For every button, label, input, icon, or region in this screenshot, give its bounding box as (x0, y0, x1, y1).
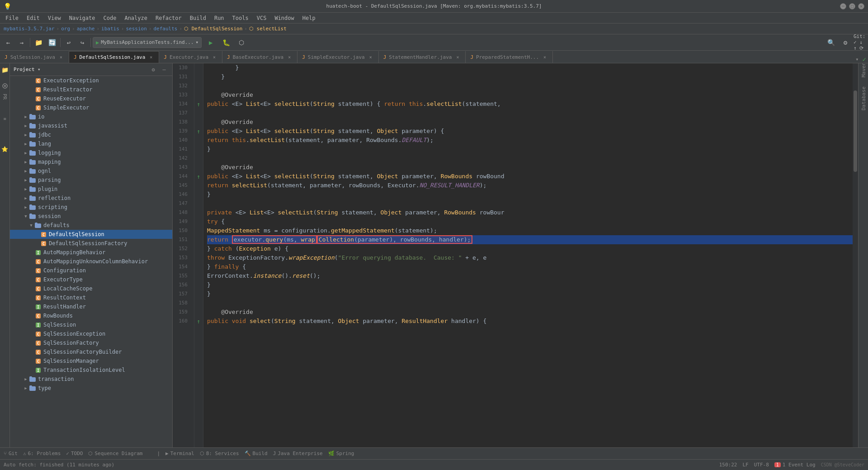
tree-item-scripting[interactable]: ▶scripting (10, 203, 172, 212)
tree-item-ognl[interactable]: ▶ognl (10, 166, 172, 176)
code-line-150[interactable]: MappedStatement ms = configuration.getMa… (207, 226, 853, 235)
toolbar-git[interactable]: Git: ✓ ↓ ↑ ⟳ (854, 36, 866, 49)
breadcrumb-method[interactable]: ⬡ selectList (249, 26, 287, 32)
breadcrumb-ibatis[interactable]: ibatis (101, 26, 119, 32)
problems-tool[interactable]: ⚠ 6: Problems (23, 451, 61, 456)
tree-item-defaults[interactable]: ▼defaults (10, 221, 172, 230)
code-line-149[interactable]: try { (207, 217, 853, 226)
tab-sqlsession[interactable]: J SqlSession.java × (0, 51, 69, 63)
tree-item-io[interactable]: ▶io (10, 112, 172, 121)
tree-item-reuseexecutor[interactable]: CReuseExecutor (10, 94, 172, 103)
menu-analyze[interactable]: Analyze (121, 14, 151, 22)
menu-tools[interactable]: Tools (229, 14, 252, 22)
code-line-139[interactable]: public <E> List<E> selectList(String sta… (207, 127, 853, 136)
tree-toggle[interactable]: ▶ (23, 132, 29, 138)
code-line-143[interactable]: @Override (207, 163, 853, 172)
tree-item-transactionisolationlevel[interactable]: ITransactionIsolationLevel (10, 366, 172, 375)
code-line-141[interactable]: } (207, 145, 853, 154)
tree-toggle[interactable]: ▶ (23, 168, 29, 174)
menu-vcs[interactable]: VCS (253, 14, 270, 22)
tab-close-statementhandler[interactable]: × (454, 54, 461, 60)
tree-item-rowbounds[interactable]: CRowBounds (10, 311, 172, 320)
left-tab-pullrequests[interactable]: PR (0, 92, 9, 101)
tree-item-sqlsessionmanager[interactable]: CSqlSessionManager (10, 356, 172, 366)
tree-item-localcachescope[interactable]: CLocalCacheScope (10, 284, 172, 293)
run-config-dropdown[interactable]: ▶ MyBatisApplicationTests.find... ▾ (93, 37, 202, 48)
tab-executor[interactable]: J Executor.java × (159, 51, 222, 63)
java-enterprise-tool[interactable]: J Java Enterprise (273, 451, 323, 456)
todo-tool[interactable]: ✓ TODO (66, 451, 83, 456)
code-line-153[interactable]: throw ExceptionFactory.wrapException("Er… (207, 253, 853, 262)
tree-toggle[interactable]: ▶ (23, 376, 29, 382)
code-line-130[interactable]: } (207, 63, 853, 72)
services-tool[interactable]: ⬡ 8: Services (200, 451, 239, 456)
toolbar-coverage[interactable]: ⬡ (235, 36, 248, 49)
sidebar-settings-btn[interactable]: ⚙ (149, 65, 158, 74)
tree-toggle[interactable]: ▶ (23, 123, 29, 129)
code-lines[interactable]: } } @Override public <E> List<E> selectL… (203, 63, 853, 447)
code-line-155[interactable]: ErrorContext.instance().reset(); (207, 271, 853, 280)
tree-toggle[interactable]: ▶ (23, 186, 29, 192)
code-line-148[interactable]: private <E> List<E> selectList(String st… (207, 208, 853, 217)
line-sep[interactable]: LF (742, 462, 748, 468)
tree-toggle[interactable]: ▼ (23, 213, 29, 219)
breadcrumb-defaults[interactable]: defaults (153, 26, 177, 32)
menu-build[interactable]: Build (186, 14, 210, 22)
tree-item-resulthandler[interactable]: IResultHandler (10, 302, 172, 311)
code-line-142[interactable] (207, 154, 853, 163)
tree-item-sqlsessionfactory[interactable]: CSqlSessionFactory (10, 338, 172, 347)
code-line-151[interactable]: return executor.query(ms, wrapCollection… (207, 235, 853, 244)
menu-refactor[interactable]: Refactor (152, 14, 185, 22)
tree-item-defaultsqlsessionfactory[interactable]: CDefaultSqlSessionFactory (10, 239, 172, 248)
sequence-tool[interactable]: ⬡ Sequence Diagram (88, 451, 142, 456)
code-line-160[interactable]: public void select(String statement, Obj… (207, 317, 853, 326)
event-log[interactable]: 1 1 Event Log (774, 462, 816, 468)
toolbar-search[interactable]: 🔍 (825, 36, 837, 49)
tree-item-executortype[interactable]: CExecutorType (10, 275, 172, 284)
tree-item-lang[interactable]: ▶lang (10, 139, 172, 148)
tree-item-parsing[interactable]: ▶parsing (10, 176, 172, 185)
tree-item-type[interactable]: ▶type (10, 384, 172, 393)
code-line-137[interactable] (207, 109, 853, 118)
tree-toggle[interactable]: ▶ (23, 195, 29, 201)
right-tab-maven[interactable]: Maven (859, 65, 868, 74)
tree-item-jdbc[interactable]: ▶jdbc (10, 130, 172, 139)
tree-item-sqlsessionexception[interactable]: CSqlSessionException (10, 329, 172, 338)
breadcrumb-org[interactable]: org (61, 26, 70, 32)
code-line-131[interactable]: } (207, 72, 853, 81)
cursor-position[interactable]: 150:22 (719, 462, 737, 468)
code-line-147[interactable] (207, 199, 853, 208)
toolbar-redo[interactable]: ↪ (76, 36, 89, 49)
tree-toggle[interactable]: ▶ (23, 385, 29, 391)
terminal-tool[interactable]: ▶ Terminal (165, 451, 194, 456)
code-line-138[interactable]: @Override (207, 118, 853, 127)
menu-run[interactable]: Run (211, 14, 228, 22)
code-line-154[interactable]: } finally { (207, 262, 853, 271)
right-tab-database[interactable]: Database (859, 94, 868, 103)
tree-toggle[interactable]: ▶ (23, 177, 29, 183)
tree-item-mapping[interactable]: ▶mapping (10, 157, 172, 166)
menu-edit[interactable]: Edit (23, 14, 43, 22)
code-line-145[interactable]: return selectList(statement, parameter, … (207, 181, 853, 190)
tab-defaultsqlsession[interactable]: J DefaultSqlSession.java × (69, 51, 159, 63)
code-line-157[interactable]: } (207, 290, 853, 299)
tree-item-defaultsqlsession[interactable]: CDefaultSqlSession (10, 230, 172, 239)
spring-tool[interactable]: 🌿 Spring (328, 451, 354, 456)
code-line-132[interactable] (207, 81, 853, 90)
tree-toggle[interactable]: ▶ (23, 141, 29, 147)
maximize-button[interactable]: □ (849, 3, 855, 9)
toolbar-sync[interactable]: 🔄 (46, 36, 58, 49)
tree-item-plugin[interactable]: ▶plugin (10, 185, 172, 194)
code-line-134[interactable]: public <E> List<E> selectList(String sta… (207, 100, 853, 109)
tree-item-sqlsessionfactorybuilder[interactable]: CSqlSessionFactoryBuilder (10, 347, 172, 356)
left-tab-project[interactable]: 📁 (0, 65, 9, 74)
code-line-152[interactable]: } catch (Exception e) { (207, 244, 853, 253)
tree-toggle[interactable]: ▼ (28, 222, 34, 228)
tab-statementhandler[interactable]: J StatementHandler.java × (379, 51, 466, 63)
left-tab-favorites[interactable]: ⭐ (0, 145, 9, 154)
tree-item-automappingbehavior[interactable]: IAutoMappingBehavior (10, 248, 172, 257)
tab-close-sqlsession[interactable]: × (58, 54, 64, 60)
toolbar-forward[interactable]: → (15, 36, 28, 49)
tree-item-reflection[interactable]: ▶reflection (10, 194, 172, 203)
tree-toggle[interactable]: ▶ (23, 150, 29, 156)
